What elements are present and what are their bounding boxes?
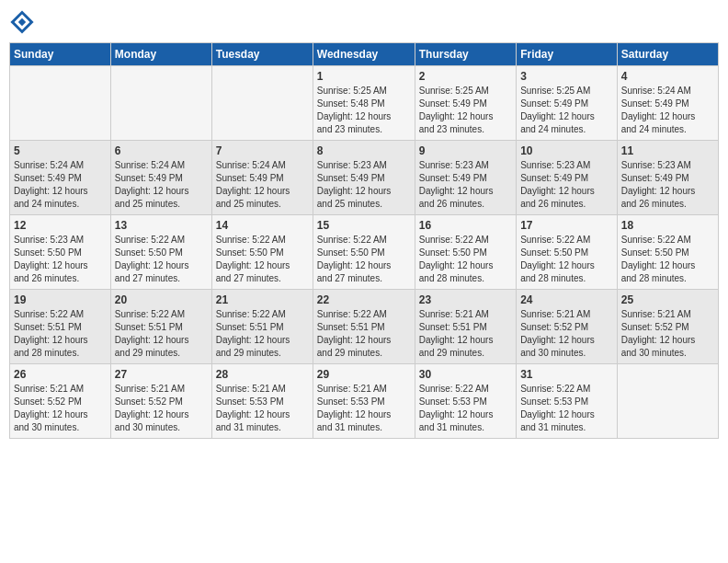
day-info: Sunrise: 5:22 AM Sunset: 5:51 PM Dayligh… [216,308,309,360]
day-info: Sunrise: 5:22 AM Sunset: 5:53 PM Dayligh… [520,383,613,434]
calendar-cell: 19Sunrise: 5:22 AM Sunset: 5:51 PM Dayli… [10,290,111,364]
day-info: Sunrise: 5:25 AM Sunset: 5:49 PM Dayligh… [419,85,512,136]
day-number: 28 [216,368,309,381]
calendar-cell: 30Sunrise: 5:22 AM Sunset: 5:53 PM Dayli… [415,364,516,439]
calendar-cell [110,66,211,141]
calendar-cell: 7Sunrise: 5:24 AM Sunset: 5:49 PM Daylig… [211,141,313,215]
day-of-week-header: Wednesday [313,43,415,66]
day-info: Sunrise: 5:25 AM Sunset: 5:48 PM Dayligh… [317,85,411,136]
day-of-week-header: Monday [110,43,211,66]
day-number: 14 [216,219,309,232]
calendar-cell: 10Sunrise: 5:23 AM Sunset: 5:49 PM Dayli… [517,141,618,215]
calendar-cell: 11Sunrise: 5:23 AM Sunset: 5:49 PM Dayli… [617,141,718,215]
day-info: Sunrise: 5:21 AM Sunset: 5:51 PM Dayligh… [419,308,512,360]
calendar-cell: 3Sunrise: 5:25 AM Sunset: 5:49 PM Daylig… [517,66,618,141]
day-info: Sunrise: 5:22 AM Sunset: 5:50 PM Dayligh… [419,234,512,285]
day-number: 25 [621,293,714,306]
calendar-cell: 22Sunrise: 5:22 AM Sunset: 5:51 PM Dayli… [313,290,415,364]
calendar-cell: 1Sunrise: 5:25 AM Sunset: 5:48 PM Daylig… [313,66,415,141]
day-info: Sunrise: 5:21 AM Sunset: 5:52 PM Dayligh… [14,383,107,434]
calendar-cell: 5Sunrise: 5:24 AM Sunset: 5:49 PM Daylig… [10,141,111,215]
calendar-week-row: 12Sunrise: 5:23 AM Sunset: 5:50 PM Dayli… [10,215,719,290]
day-of-week-header: Saturday [617,43,718,66]
day-number: 17 [520,219,613,232]
day-info: Sunrise: 5:22 AM Sunset: 5:51 PM Dayligh… [14,308,107,360]
calendar-header-row: SundayMondayTuesdayWednesdayThursdayFrid… [10,43,719,66]
day-number: 16 [419,219,512,232]
day-number: 1 [317,70,411,83]
day-info: Sunrise: 5:21 AM Sunset: 5:53 PM Dayligh… [216,383,309,434]
calendar-table: SundayMondayTuesdayWednesdayThursdayFrid… [9,42,719,439]
calendar-cell [10,66,111,141]
day-info: Sunrise: 5:21 AM Sunset: 5:53 PM Dayligh… [317,383,411,434]
day-of-week-header: Sunday [10,43,111,66]
calendar-cell [211,66,313,141]
calendar-cell: 26Sunrise: 5:21 AM Sunset: 5:52 PM Dayli… [10,364,111,439]
day-number: 22 [317,293,411,306]
day-number: 11 [621,144,714,157]
day-number: 30 [419,368,512,381]
day-number: 3 [520,70,613,83]
day-number: 9 [419,144,512,157]
calendar-cell [617,364,718,439]
day-number: 15 [317,219,411,232]
calendar-cell: 28Sunrise: 5:21 AM Sunset: 5:53 PM Dayli… [211,364,313,439]
day-number: 21 [216,293,309,306]
day-info: Sunrise: 5:22 AM Sunset: 5:51 PM Dayligh… [317,308,411,360]
day-info: Sunrise: 5:24 AM Sunset: 5:49 PM Dayligh… [115,159,208,211]
day-number: 24 [520,293,613,306]
day-info: Sunrise: 5:23 AM Sunset: 5:49 PM Dayligh… [520,159,613,211]
generalblue-icon [9,9,35,35]
day-number: 18 [621,219,714,232]
day-number: 7 [216,144,309,157]
calendar-cell: 25Sunrise: 5:21 AM Sunset: 5:52 PM Dayli… [617,290,718,364]
day-number: 13 [115,219,208,232]
calendar-week-row: 5Sunrise: 5:24 AM Sunset: 5:49 PM Daylig… [10,141,719,215]
calendar-cell: 12Sunrise: 5:23 AM Sunset: 5:50 PM Dayli… [10,215,111,290]
day-number: 26 [14,368,107,381]
day-of-week-header: Thursday [415,43,516,66]
calendar-cell: 21Sunrise: 5:22 AM Sunset: 5:51 PM Dayli… [211,290,313,364]
day-info: Sunrise: 5:22 AM Sunset: 5:51 PM Dayligh… [115,308,208,360]
day-number: 6 [115,144,208,157]
calendar-cell: 24Sunrise: 5:21 AM Sunset: 5:52 PM Dayli… [517,290,618,364]
day-info: Sunrise: 5:22 AM Sunset: 5:50 PM Dayligh… [317,234,411,285]
header [9,9,719,35]
day-number: 12 [14,219,107,232]
day-number: 2 [419,70,512,83]
day-info: Sunrise: 5:21 AM Sunset: 5:52 PM Dayligh… [621,308,714,360]
day-number: 27 [115,368,208,381]
calendar-week-row: 1Sunrise: 5:25 AM Sunset: 5:48 PM Daylig… [10,66,719,141]
calendar-cell: 2Sunrise: 5:25 AM Sunset: 5:49 PM Daylig… [415,66,516,141]
day-number: 20 [115,293,208,306]
day-of-week-header: Tuesday [211,43,313,66]
day-number: 29 [317,368,411,381]
day-info: Sunrise: 5:22 AM Sunset: 5:53 PM Dayligh… [419,383,512,434]
day-info: Sunrise: 5:23 AM Sunset: 5:50 PM Dayligh… [14,234,107,285]
day-info: Sunrise: 5:23 AM Sunset: 5:49 PM Dayligh… [419,159,512,211]
day-info: Sunrise: 5:24 AM Sunset: 5:49 PM Dayligh… [621,85,714,136]
calendar-cell: 31Sunrise: 5:22 AM Sunset: 5:53 PM Dayli… [517,364,618,439]
calendar-week-row: 26Sunrise: 5:21 AM Sunset: 5:52 PM Dayli… [10,364,719,439]
day-number: 23 [419,293,512,306]
calendar-cell: 29Sunrise: 5:21 AM Sunset: 5:53 PM Dayli… [313,364,415,439]
calendar-cell: 14Sunrise: 5:22 AM Sunset: 5:50 PM Dayli… [211,215,313,290]
calendar-cell: 9Sunrise: 5:23 AM Sunset: 5:49 PM Daylig… [415,141,516,215]
day-info: Sunrise: 5:24 AM Sunset: 5:49 PM Dayligh… [216,159,309,211]
calendar-cell: 18Sunrise: 5:22 AM Sunset: 5:50 PM Dayli… [617,215,718,290]
day-info: Sunrise: 5:23 AM Sunset: 5:49 PM Dayligh… [621,159,714,211]
calendar-cell: 17Sunrise: 5:22 AM Sunset: 5:50 PM Dayli… [517,215,618,290]
calendar-cell: 8Sunrise: 5:23 AM Sunset: 5:49 PM Daylig… [313,141,415,215]
day-number: 8 [317,144,411,157]
calendar-cell: 27Sunrise: 5:21 AM Sunset: 5:52 PM Dayli… [110,364,211,439]
day-info: Sunrise: 5:21 AM Sunset: 5:52 PM Dayligh… [115,383,208,434]
day-info: Sunrise: 5:22 AM Sunset: 5:50 PM Dayligh… [621,234,714,285]
day-info: Sunrise: 5:21 AM Sunset: 5:52 PM Dayligh… [520,308,613,360]
calendar-cell: 16Sunrise: 5:22 AM Sunset: 5:50 PM Dayli… [415,215,516,290]
calendar-cell: 15Sunrise: 5:22 AM Sunset: 5:50 PM Dayli… [313,215,415,290]
day-info: Sunrise: 5:22 AM Sunset: 5:50 PM Dayligh… [216,234,309,285]
calendar-cell: 23Sunrise: 5:21 AM Sunset: 5:51 PM Dayli… [415,290,516,364]
calendar-cell: 6Sunrise: 5:24 AM Sunset: 5:49 PM Daylig… [110,141,211,215]
day-number: 4 [621,70,714,83]
calendar-cell: 20Sunrise: 5:22 AM Sunset: 5:51 PM Dayli… [110,290,211,364]
